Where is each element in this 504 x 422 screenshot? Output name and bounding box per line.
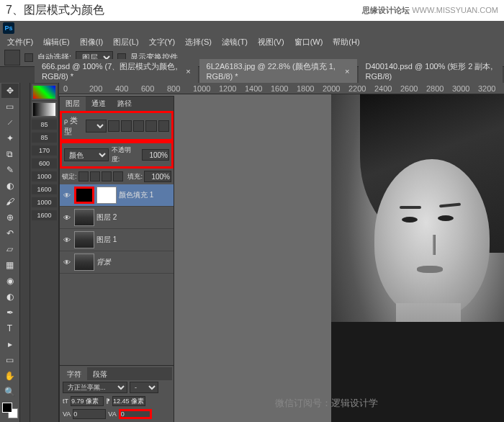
path-selection-tool[interactable]: ▸ bbox=[1, 337, 19, 351]
opacity-input[interactable] bbox=[142, 149, 169, 161]
collapsed-dock[interactable] bbox=[20, 83, 30, 422]
layer-row-1[interactable]: 👁 图层 1 bbox=[60, 229, 174, 251]
filter-adjust-icon[interactable] bbox=[121, 120, 132, 132]
auto-select-checkbox[interactable] bbox=[24, 53, 33, 62]
menu-file[interactable]: 文件(F) bbox=[3, 35, 37, 49]
move-tool-preset-icon[interactable] bbox=[4, 50, 20, 66]
kerning-input[interactable] bbox=[73, 409, 106, 419]
menu-view[interactable]: 视图(V) bbox=[253, 35, 289, 49]
visibility-icon[interactable]: 👁 bbox=[62, 257, 72, 267]
layer-name[interactable]: 图层 1 bbox=[96, 235, 117, 245]
filter-shape-icon[interactable] bbox=[145, 120, 156, 132]
hand-tool[interactable]: ✋ bbox=[1, 369, 19, 383]
font-style-select[interactable]: - bbox=[130, 382, 158, 393]
photo-eye bbox=[402, 217, 418, 223]
doc-tab-3[interactable]: D400140.psd @ 100% (矩形 2 副本, RGB/8) bbox=[359, 59, 503, 83]
fill-input[interactable] bbox=[144, 171, 171, 182]
layer-name[interactable]: 图层 2 bbox=[96, 212, 117, 223]
layer-thumb[interactable] bbox=[74, 231, 94, 248]
menu-window[interactable]: 窗口(W) bbox=[290, 35, 328, 49]
char-panel-tabs: 字符 段落 bbox=[61, 367, 172, 380]
tab1-label: 666.psd @ 100% (7、图层模式为颜色, RGB/8) * bbox=[42, 61, 181, 81]
tab-layers[interactable]: 图层 bbox=[60, 96, 86, 111]
menu-layer[interactable]: 图层(L) bbox=[109, 35, 143, 49]
ruler-tick: 1800 bbox=[297, 84, 314, 93]
tab-paragraph[interactable]: 段落 bbox=[87, 367, 113, 380]
filter-pixel-icon[interactable] bbox=[108, 120, 119, 132]
menu-select[interactable]: 选择(S) bbox=[181, 35, 216, 49]
visibility-icon[interactable]: 👁 bbox=[62, 235, 72, 245]
zoom-tool[interactable]: 🔍 bbox=[1, 385, 19, 399]
layer-name[interactable]: 颜色填充 1 bbox=[119, 190, 153, 200]
marquee-tool[interactable]: ▭ bbox=[1, 99, 19, 114]
eyedropper-tool[interactable]: ✎ bbox=[1, 163, 19, 177]
clone-stamp-tool[interactable]: ⊕ bbox=[1, 210, 19, 225]
info-n2: 85 bbox=[32, 133, 57, 143]
ruler-tick: 800 bbox=[167, 84, 180, 93]
lasso-tool[interactable]: ⟋ bbox=[1, 115, 19, 130]
gradient-mini-panel[interactable] bbox=[32, 102, 57, 117]
blur-tool[interactable]: ◉ bbox=[1, 274, 19, 288]
rectangle-tool[interactable]: ▭ bbox=[1, 353, 19, 367]
layer-name[interactable]: 背景 bbox=[96, 257, 111, 267]
layer-thumb[interactable] bbox=[74, 209, 94, 226]
visibility-icon[interactable]: 👁 bbox=[62, 190, 72, 200]
foreground-color-swatch[interactable] bbox=[2, 403, 12, 413]
step-title: 7、图层模式为颜色 bbox=[6, 3, 104, 18]
lock-all-icon[interactable] bbox=[113, 171, 123, 181]
font-size-input[interactable] bbox=[71, 396, 104, 406]
ruler-tick: 200 bbox=[89, 84, 102, 93]
doc-tab-1[interactable]: 666.psd @ 100% (7、图层模式为颜色, RGB/8) *× bbox=[35, 59, 198, 83]
gradient-tool[interactable]: ▦ bbox=[1, 258, 19, 272]
layer-row-colorfill[interactable]: 👁 颜色填充 1 bbox=[60, 184, 174, 207]
layer-mask-thumb[interactable] bbox=[96, 187, 117, 204]
toolbox: ✥ ▭ ⟋ ✦ ⧉ ✎ ◐ 🖌 ⊕ ↶ ▱ ▦ ◉ ◐ ✒ T ▸ ▭ ✋ 🔍 bbox=[0, 83, 20, 422]
document-tab-bar: 666.psd @ 100% (7、图层模式为颜色, RGB/8) *× 6L2… bbox=[0, 67, 504, 83]
layer-thumb-fill[interactable] bbox=[74, 187, 94, 204]
brush-tool[interactable]: 🖌 bbox=[1, 194, 19, 209]
color-swatches[interactable] bbox=[2, 403, 18, 418]
tracking-input[interactable] bbox=[119, 409, 152, 419]
leading-input[interactable] bbox=[112, 396, 145, 406]
filter-smart-icon[interactable] bbox=[158, 120, 169, 132]
magic-wand-tool[interactable]: ✦ bbox=[1, 131, 19, 145]
layer-row-bg[interactable]: 👁 背景 bbox=[60, 251, 174, 274]
tab-channels[interactable]: 通道 bbox=[86, 96, 112, 111]
font-family-select[interactable]: 方正兰亭黑... bbox=[63, 382, 127, 393]
ruler-tick: 2200 bbox=[348, 84, 366, 93]
dodge-tool[interactable]: ◐ bbox=[1, 289, 19, 304]
layer-row-2[interactable]: 👁 图层 2 bbox=[60, 207, 174, 229]
lock-transparent-icon[interactable] bbox=[78, 171, 89, 181]
history-brush-tool[interactable]: ↶ bbox=[1, 226, 19, 241]
pen-tool[interactable]: ✒ bbox=[1, 305, 19, 320]
filter-type-select[interactable] bbox=[86, 120, 107, 133]
canvas-photo[interactable] bbox=[331, 94, 504, 422]
character-panel: 字符 段落 方正兰亭黑... - tT ⁋ VA VA bbox=[59, 365, 174, 422]
lock-pixels-icon[interactable] bbox=[90, 171, 100, 181]
color-mini-panel[interactable] bbox=[32, 84, 57, 100]
lock-position-icon[interactable] bbox=[102, 171, 112, 181]
healing-brush-tool[interactable]: ◐ bbox=[1, 179, 19, 193]
filter-type-icon[interactable] bbox=[133, 120, 144, 132]
eraser-tool[interactable]: ▱ bbox=[1, 242, 19, 256]
ruler-tick: 1400 bbox=[245, 84, 262, 93]
close-icon[interactable]: × bbox=[345, 67, 349, 76]
layer-thumb[interactable] bbox=[74, 253, 94, 271]
menu-help[interactable]: 帮助(H) bbox=[328, 35, 364, 49]
crop-tool[interactable]: ⧉ bbox=[1, 147, 19, 161]
ruler-tick: 2800 bbox=[426, 84, 444, 93]
doc-tab-2[interactable]: 6L2A6183.jpg @ 22.8% (颜色填充 1, RGB/8) *× bbox=[199, 59, 357, 83]
menu-filter[interactable]: 滤镜(T) bbox=[217, 35, 252, 49]
close-icon[interactable]: × bbox=[186, 67, 190, 76]
type-tool[interactable]: T bbox=[1, 321, 19, 336]
tracking-icon: VA bbox=[108, 410, 116, 418]
visibility-icon[interactable]: 👁 bbox=[62, 212, 72, 223]
blend-mode-select[interactable]: 颜色 bbox=[64, 148, 109, 161]
menu-type[interactable]: 文字(Y) bbox=[145, 35, 180, 49]
move-tool[interactable]: ✥ bbox=[1, 84, 19, 98]
tab-character[interactable]: 字符 bbox=[61, 367, 87, 380]
tab-paths[interactable]: 路径 bbox=[112, 96, 138, 111]
panel-tab-bar: 图层 通道 路径 bbox=[60, 96, 174, 111]
menu-image[interactable]: 图像(I) bbox=[76, 35, 107, 49]
menu-edit[interactable]: 编辑(E) bbox=[39, 35, 74, 49]
